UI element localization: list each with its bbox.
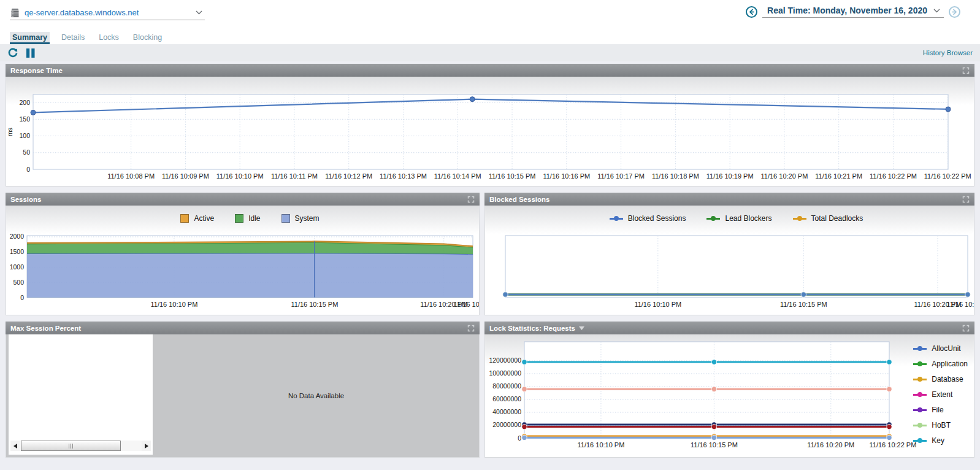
max-session-percent-panel-header: Max Session Percent: [6, 322, 480, 334]
tab-locks[interactable]: Locks: [96, 32, 121, 44]
svg-text:ms: ms: [7, 128, 13, 136]
tab-summary[interactable]: Summary: [10, 32, 50, 44]
horizontal-scrollbar[interactable]: [10, 441, 151, 451]
blocked-legend-item: Lead Blockers: [706, 214, 771, 223]
expand-icon[interactable]: [962, 325, 970, 332]
lock-legend-item: File: [913, 406, 968, 414]
legend-swatch-icon: [913, 391, 927, 398]
svg-text:60000000: 60000000: [492, 395, 521, 403]
sessions-chart-area: ActiveIdleSystem 050010001500200011/16 1…: [6, 206, 480, 315]
scrollbar-thumb[interactable]: [21, 441, 121, 451]
svg-text:11/16 10:20 PM: 11/16 10:20 PM: [761, 172, 808, 180]
legend-label: Key: [932, 436, 944, 445]
pause-icon: [26, 48, 36, 58]
chevron-down-icon: [933, 9, 940, 13]
database-server-icon: [10, 7, 20, 18]
svg-text:11/16 10:22 PM: 11/16 10:22 PM: [946, 301, 974, 308]
time-range-selector[interactable]: Real Time: Monday, November 16, 2020: [762, 6, 944, 18]
svg-text:2000: 2000: [10, 233, 25, 240]
tab-bar: Summary Details Locks Blocking: [0, 28, 980, 44]
svg-text:11/16 10:15 PM: 11/16 10:15 PM: [780, 301, 827, 308]
lock-statistics-panel: Lock Statistics: Requests 02000000040000…: [484, 322, 974, 458]
svg-text:500: 500: [13, 279, 24, 286]
svg-text:150: 150: [19, 115, 30, 123]
lock-statistics-legend: AllocUnitApplicationDatabaseExtentFileHo…: [913, 344, 968, 445]
svg-text:11/16 10:08 PM: 11/16 10:08 PM: [107, 172, 155, 180]
panel-title: Max Session Percent: [10, 325, 81, 332]
svg-text:100: 100: [19, 132, 30, 139]
legend-swatch-icon: [913, 407, 927, 413]
lock-legend-item: Database: [913, 375, 968, 383]
legend-label: Application: [932, 360, 968, 368]
max-session-percent-body: No Data Available: [6, 334, 480, 458]
response-time-chart[interactable]: 05010015020011/16 10:08 PM11/16 10:09 PM…: [6, 77, 974, 186]
server-name[interactable]: qe-server.database.windows.net: [25, 8, 139, 17]
response-time-chart-area: 05010015020011/16 10:08 PM11/16 10:09 PM…: [6, 77, 974, 187]
svg-text:11/16 10:20 PM: 11/16 10:20 PM: [807, 441, 854, 449]
legend-swatch-icon: [793, 215, 806, 222]
scroll-left-button[interactable]: [10, 441, 20, 451]
legend-swatch-icon: [913, 376, 927, 382]
refresh-button[interactable]: [7, 47, 18, 58]
server-selector[interactable]: qe-server.database.windows.net: [10, 6, 205, 20]
svg-text:1500: 1500: [10, 248, 25, 255]
legend-label: Blocked Sessions: [628, 214, 686, 223]
blocked-legend-item: Blocked Sessions: [610, 214, 686, 223]
svg-text:11/16 10:22 PM: 11/16 10:22 PM: [454, 301, 479, 308]
chevron-down-icon: [196, 10, 202, 15]
sessions-legend: ActiveIdleSystem: [27, 214, 473, 223]
svg-text:40000000: 40000000: [492, 408, 521, 415]
legend-swatch-icon: [610, 215, 623, 222]
top-header-bar: qe-server.database.windows.net Real Time…: [0, 0, 980, 28]
arrow-left-icon: [748, 9, 755, 15]
legend-swatch-icon: [913, 437, 927, 444]
max-session-list-pane: [9, 334, 153, 455]
expand-icon[interactable]: [962, 196, 970, 203]
arrow-right-icon: [951, 9, 958, 15]
panel-title: Response Time: [10, 67, 63, 74]
svg-text:50: 50: [23, 148, 30, 156]
lock-legend-item: Application: [913, 360, 968, 368]
scroll-right-button[interactable]: [142, 441, 151, 451]
blocked-legend-item: Total Deadlocks: [793, 214, 863, 223]
svg-text:11/16 10:13 PM: 11/16 10:13 PM: [380, 172, 427, 180]
svg-text:11/16 10:17 PM: 11/16 10:17 PM: [597, 172, 645, 180]
pause-button[interactable]: [26, 48, 36, 58]
lock-statistics-chart[interactable]: 0200000004000000060000000800000001000000…: [485, 334, 974, 457]
previous-time-button[interactable]: [746, 6, 757, 18]
expand-icon[interactable]: [467, 196, 475, 203]
svg-text:11/16 10:15 PM: 11/16 10:15 PM: [691, 441, 738, 449]
next-time-button[interactable]: [949, 6, 960, 18]
panel-title: Blocked Sessions: [489, 196, 549, 203]
legend-swatch-icon: [706, 215, 720, 222]
history-browser-link[interactable]: History Browser: [923, 49, 973, 56]
lock-legend-item: HoBT: [913, 421, 968, 430]
legend-swatch-icon: [913, 361, 927, 367]
svg-text:100000000: 100000000: [489, 369, 521, 377]
triangle-right-icon: [145, 444, 148, 449]
legend-label: Total Deadlocks: [811, 214, 863, 223]
svg-text:11/16 10:16 PM: 11/16 10:16 PM: [543, 172, 590, 180]
sessions-legend-item: System: [281, 214, 320, 223]
lock-statistics-panel-header: Lock Statistics: Requests: [484, 322, 974, 334]
sessions-panel: Sessions ActiveIdleSystem 05001000150020…: [6, 193, 480, 315]
no-data-message: No Data Available: [153, 334, 479, 457]
response-time-panel-header: Response Time: [6, 64, 974, 77]
tab-details[interactable]: Details: [59, 32, 87, 44]
triangle-left-icon: [13, 444, 17, 449]
tab-blocking[interactable]: Blocking: [131, 32, 164, 44]
panel-title: Lock Statistics: Requests: [489, 325, 575, 332]
svg-text:80000000: 80000000: [492, 382, 521, 390]
lock-statistics-chart-area: 0200000004000000060000000800000001000000…: [484, 334, 974, 458]
expand-icon[interactable]: [962, 67, 970, 74]
dashboard: Response Time 05010015020011/16 10:08 PM…: [0, 61, 980, 458]
metric-dropdown-icon[interactable]: [579, 326, 584, 330]
svg-text:11/16 10:22 PM: 11/16 10:22 PM: [870, 441, 917, 449]
scrollbar-track[interactable]: [20, 441, 142, 451]
svg-text:11/16 10:10 PM: 11/16 10:10 PM: [634, 301, 681, 308]
svg-text:11/16 10:15 PM: 11/16 10:15 PM: [291, 301, 338, 308]
svg-text:11/16 10:09 PM: 11/16 10:09 PM: [162, 172, 209, 180]
legend-swatch-icon: [235, 214, 243, 223]
expand-icon[interactable]: [467, 325, 475, 332]
toolbar: History Browser: [0, 44, 980, 61]
